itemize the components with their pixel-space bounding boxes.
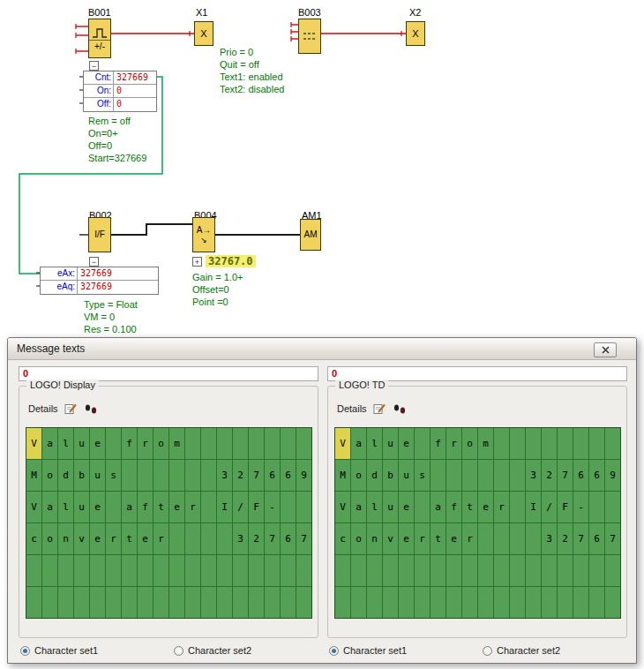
display-cell[interactable]: [185, 428, 200, 459]
display-cell[interactable]: [526, 587, 541, 618]
display-cell[interactable]: e: [478, 492, 493, 522]
display-cell[interactable]: [494, 523, 509, 554]
display-cell[interactable]: r: [106, 523, 121, 554]
display-cell[interactable]: v: [383, 523, 398, 554]
display-cell[interactable]: 3: [233, 523, 248, 554]
display-cell[interactable]: a: [351, 492, 366, 522]
display-cell[interactable]: [542, 428, 557, 459]
display-cell[interactable]: [351, 587, 366, 618]
display-cell[interactable]: -: [573, 492, 588, 522]
edit-icon[interactable]: [64, 402, 78, 415]
display-cell[interactable]: d: [58, 460, 73, 491]
display-cell[interactable]: [605, 587, 620, 618]
display-cell[interactable]: l: [367, 492, 382, 522]
display-cell[interactable]: [185, 587, 200, 618]
display-cell[interactable]: a: [42, 492, 57, 522]
display-cell[interactable]: [169, 460, 184, 491]
display-cell[interactable]: [296, 492, 311, 522]
display-cell[interactable]: e: [90, 492, 105, 522]
display-cell[interactable]: [478, 555, 493, 586]
display-cell[interactable]: [169, 587, 184, 618]
display-cell[interactable]: [106, 428, 121, 459]
display-cell[interactable]: [154, 555, 168, 586]
display-cell[interactable]: [90, 555, 105, 586]
display-cell[interactable]: a: [431, 492, 446, 522]
display-cell[interactable]: 7: [573, 523, 588, 554]
display-cell[interactable]: [494, 460, 509, 491]
display-cell[interactable]: [122, 587, 137, 618]
display-cell[interactable]: [185, 460, 200, 491]
display-cell[interactable]: [74, 555, 89, 586]
edit-icon[interactable]: [373, 402, 386, 415]
display-cell[interactable]: [367, 555, 382, 586]
b002-param-table[interactable]: eAx:327669eAq:327669: [40, 267, 159, 295]
b001-param-table[interactable]: Cnt:327669On:0Off:0: [83, 71, 157, 112]
display-cell[interactable]: [106, 555, 121, 586]
display-cell[interactable]: [589, 587, 604, 618]
display-cell[interactable]: 6: [589, 523, 604, 554]
display-cell[interactable]: [510, 428, 525, 459]
display-cell[interactable]: [510, 523, 525, 554]
character-set-icon[interactable]: [393, 403, 407, 415]
display-cell[interactable]: [351, 555, 366, 586]
display-cell[interactable]: [138, 555, 153, 586]
param-value[interactable]: 327669: [114, 71, 156, 84]
display-cell[interactable]: 6: [281, 460, 296, 491]
display-cell[interactable]: e: [169, 492, 184, 522]
display-cell[interactable]: a: [122, 492, 137, 522]
display-cell[interactable]: I: [217, 492, 232, 522]
display-cell[interactable]: [589, 428, 604, 459]
display-cell[interactable]: [281, 492, 296, 522]
display-cell[interactable]: [233, 587, 248, 618]
display-cell[interactable]: e: [399, 428, 414, 459]
display-cell[interactable]: [265, 555, 280, 586]
display-cell[interactable]: a: [42, 428, 57, 459]
display-cell[interactable]: [265, 587, 280, 618]
display-cell[interactable]: [233, 555, 248, 586]
block-b003-message-text[interactable]: [298, 19, 321, 54]
display-cell[interactable]: [249, 428, 264, 459]
display-cell[interactable]: 2: [249, 523, 264, 554]
display-cell[interactable]: [58, 587, 73, 618]
block-b001-updown-counter[interactable]: +/-: [88, 19, 111, 58]
collapse-b002-icon[interactable]: −: [89, 257, 99, 267]
display-cell[interactable]: 3: [526, 460, 541, 491]
display-cell[interactable]: [399, 555, 414, 586]
display-cell[interactable]: [542, 555, 557, 586]
block-x2-output[interactable]: X: [406, 21, 425, 46]
display-cell[interactable]: [201, 492, 216, 522]
display-cell[interactable]: [122, 460, 137, 491]
display-cell[interactable]: [462, 587, 477, 618]
display-cell[interactable]: 7: [249, 460, 264, 491]
display-cell[interactable]: [605, 492, 620, 522]
display-cell[interactable]: s: [415, 460, 430, 491]
display-cell[interactable]: [589, 492, 604, 522]
display-cell[interactable]: 7: [558, 460, 573, 491]
display-cell[interactable]: 2: [233, 460, 248, 491]
display-cell[interactable]: [526, 555, 541, 586]
display-cell[interactable]: [383, 555, 398, 586]
display-cell[interactable]: 7: [296, 523, 311, 554]
display-cell[interactable]: [478, 587, 493, 618]
param-row[interactable]: Cnt:327669: [84, 71, 156, 85]
display-cell[interactable]: [281, 555, 296, 586]
display-cell[interactable]: [185, 523, 200, 554]
display-cell[interactable]: [185, 555, 200, 586]
display-cell[interactable]: l: [367, 428, 382, 459]
display-cell[interactable]: s: [106, 460, 121, 491]
display-cell[interactable]: [494, 587, 509, 618]
display-cell[interactable]: [217, 428, 232, 459]
param-value[interactable]: 327669: [78, 267, 158, 280]
display-cell[interactable]: /: [542, 492, 557, 522]
display-cell[interactable]: -: [265, 492, 280, 522]
display-cell[interactable]: [201, 428, 216, 459]
display-cell[interactable]: [415, 587, 430, 618]
param-row[interactable]: On:0: [84, 85, 156, 98]
display-cell[interactable]: [249, 587, 264, 618]
radio-button-icon[interactable]: [329, 646, 339, 656]
display-cell[interactable]: [201, 523, 216, 554]
display-cell[interactable]: [58, 555, 73, 586]
display-cell[interactable]: /: [233, 492, 248, 522]
block-b002-if-converter[interactable]: I/F: [88, 217, 111, 252]
display-cell[interactable]: [462, 460, 477, 491]
